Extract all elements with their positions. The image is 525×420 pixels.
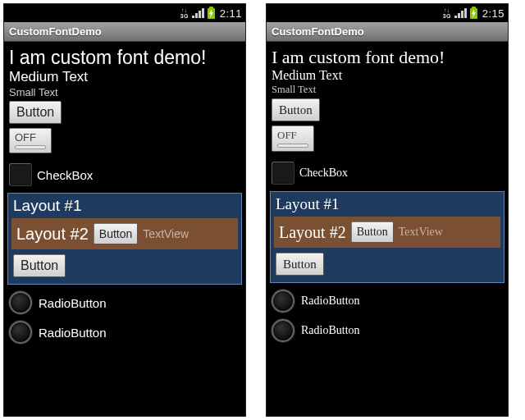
layout-1: Layout #1 Layout #2 Button TextView Butt…	[270, 191, 504, 283]
content-area: I am custom font demo! Medium Text Small…	[4, 42, 245, 354]
toggle-off[interactable]: OFF	[9, 128, 52, 153]
headline-medium: Medium Text	[272, 68, 503, 83]
radio-2[interactable]	[272, 319, 294, 342]
layout-2-button[interactable]: Button	[351, 221, 394, 243]
layout-2: Layout #2 Button TextView	[274, 217, 500, 248]
headline-medium: Medium Text	[9, 69, 240, 85]
button-1[interactable]: Button	[272, 98, 320, 121]
toggle-off[interactable]: OFF	[272, 126, 314, 152]
headline-small: Small Text	[272, 84, 503, 96]
layout-2-title: Layout #2	[16, 225, 89, 244]
checkbox[interactable]	[9, 163, 32, 186]
radio-1[interactable]	[272, 290, 294, 313]
app-title: CustomFontDemo	[9, 25, 102, 38]
app-title: CustomFontDemo	[272, 25, 364, 38]
toggle-label: OFF	[277, 129, 308, 142]
checkbox-label: CheckBox	[299, 167, 348, 180]
radio-1[interactable]	[9, 291, 32, 314]
battery-icon	[208, 8, 215, 19]
button-1[interactable]: Button	[9, 101, 62, 124]
layout-2-title: Layout #2	[279, 223, 346, 242]
layout-2-textview: TextView	[143, 227, 189, 240]
radio-2-label: RadioButton	[301, 324, 360, 337]
radio-2-label: RadioButton	[39, 326, 107, 340]
svg-marker-0	[209, 9, 213, 18]
phone-sans: ↑↓ 3G 2:11 CustomFontDemo I am custom fo…	[3, 3, 246, 417]
layout-1-title: Layout #1	[276, 195, 499, 213]
layout-2: Layout #2 Button TextView	[11, 218, 238, 249]
headline-large: I am custom font demo!	[9, 47, 240, 68]
svg-marker-1	[472, 9, 476, 18]
signal-icon	[192, 8, 204, 18]
app-title-bar: CustomFontDemo	[267, 22, 508, 42]
radio-2[interactable]	[9, 321, 32, 344]
app-title-bar: CustomFontDemo	[4, 22, 245, 42]
layout-1-button[interactable]: Button	[276, 253, 324, 276]
layout-2-textview: TextView	[399, 226, 443, 239]
signal-icon	[454, 8, 467, 18]
headline-large: I am custom font demo!	[272, 47, 503, 67]
network-3g-icon: ↑↓ 3G	[443, 7, 451, 19]
status-bar: ↑↓ 3G 2:15	[267, 4, 508, 22]
status-time: 2:15	[481, 7, 504, 20]
layout-2-button[interactable]: Button	[94, 223, 138, 244]
battery-icon	[470, 8, 477, 19]
radio-1-label: RadioButton	[39, 296, 107, 310]
toggle-track	[15, 145, 46, 149]
layout-1-button[interactable]: Button	[13, 254, 66, 277]
toggle-track	[277, 144, 308, 148]
phone-serif: ↑↓ 3G 2:15 CustomFontDemo I am custom fo…	[266, 3, 509, 417]
layout-1-title: Layout #1	[13, 197, 236, 215]
network-3g-icon: ↑↓ 3G	[180, 7, 189, 19]
radio-1-label: RadioButton	[301, 294, 360, 308]
content-area: I am custom font demo! Medium Text Small…	[267, 42, 508, 352]
layout-1: Layout #1 Layout #2 Button TextView Butt…	[7, 193, 242, 285]
checkbox[interactable]	[272, 162, 294, 185]
checkbox-label: CheckBox	[37, 168, 93, 182]
headline-small: Small Text	[9, 86, 240, 98]
status-time: 2:11	[218, 7, 242, 20]
status-bar: ↑↓ 3G 2:11	[4, 4, 245, 22]
toggle-label: OFF	[15, 131, 46, 144]
